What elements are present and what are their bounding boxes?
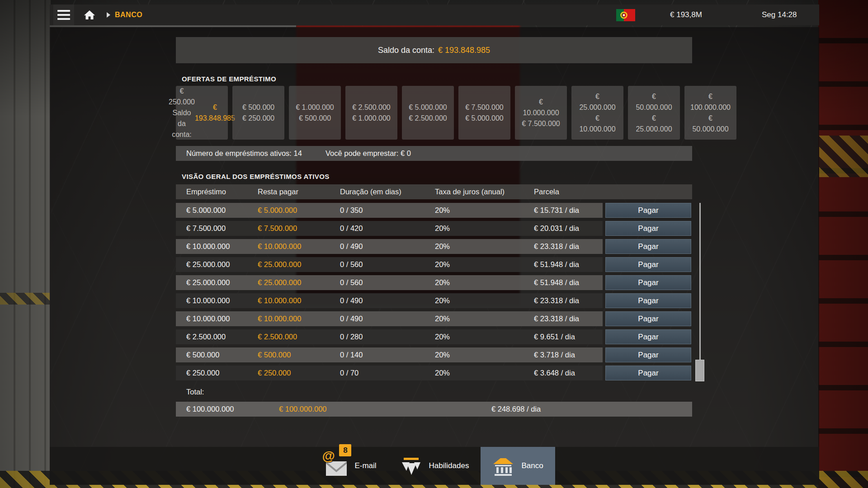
header-remaining: Resta pagar [258,184,298,199]
loan-duration: 0 / 70 [340,366,359,380]
table-row: € 7.500.000 € 7.500.000 0 / 420 20% € 20… [176,221,691,236]
offer-amounts: € 500.000 € 250.000 [242,102,274,124]
pay-button[interactable]: Pagar [605,221,691,236]
loans-table-title: VISÃO GERAL DOS EMPRÉSTIMOS ATIVOS [182,173,330,180]
loan-amount: € 10.000.000 [186,239,230,254]
offers-title: OFERTAS DE EMPRÉSTIMO [182,75,276,83]
loan-duration: 0 / 490 [340,311,363,326]
pay-button[interactable]: Pagar [605,347,691,362]
tab-habilidades[interactable]: Habilidades [388,447,481,485]
screen: BANCO € 193,8M Seg 14:28 Saldo da conta:… [0,0,868,488]
pay-button[interactable]: Pagar [605,293,691,308]
pay-button[interactable]: Pagar [605,239,691,254]
pay-button[interactable]: Pagar [605,329,691,344]
balance-value: € 193.848.985 [438,46,490,55]
tab-banco-label: Banco [521,461,543,470]
scrollbar-track[interactable] [699,203,701,380]
loan-offer-card[interactable]: € 500.000 € 250.000 [232,86,284,140]
remaining-amount: € 5.000.000 [258,203,297,218]
bank-panel: BANCO € 193,8M Seg 14:28 Saldo da conta:… [50,5,819,485]
pay-button[interactable]: Pagar [605,311,691,326]
remaining-amount: € 250.000 [258,366,291,380]
menu-button[interactable] [53,5,74,25]
loan-amount: € 500.000 [186,347,219,362]
total-label: Total: [186,388,204,396]
loan-amount: € 25.000.000 [186,257,230,272]
interest-rate: 20% [435,257,450,272]
table-row: € 25.000.000 € 25.000.000 0 / 560 20% € … [176,257,691,272]
table-row: € 250.000 € 250.000 0 / 70 20% € 3.648 /… [176,366,691,380]
loan-duration: 0 / 280 [340,329,363,344]
offer-amounts: € 5.000.000 € 2.500.000 [409,102,447,124]
daily-installment: € 20.031 / dia [534,221,579,236]
loan-offer-card[interactable]: € 50.000.000 € 25.000.000 [628,86,680,140]
table-row: € 25.000.000 € 25.000.000 0 / 560 20% € … [176,275,691,290]
scrollbar-thumb[interactable] [695,360,704,381]
total-installment: € 248.698 / dia [491,402,541,417]
skills-icon [400,456,422,476]
tab-email-label: E-mail [354,461,376,470]
interest-rate: 20% [435,239,450,254]
loan-amount: € 25.000.000 [186,275,230,290]
interest-rate: 20% [435,275,450,290]
loan-duration: 0 / 560 [340,257,363,272]
remaining-amount: € 25.000.000 [258,275,301,290]
loan-offer-card[interactable]: € 25.000.000 € 10.000.000 [571,86,623,140]
balance-bar: Saldo da conta: € 193.848.985 [176,37,692,63]
daily-installment: € 3.648 / dia [534,366,575,380]
loan-offer-card[interactable]: € 7.500.000 € 5.000.000 [458,86,510,140]
loan-offer-card[interactable]: € 10.000.000 € 7.500.000 [515,86,567,140]
game-time: Seg 14:28 [762,10,797,19]
table-row: € 5.000.000 € 5.000.000 0 / 350 20% € 15… [176,203,691,218]
home-icon [84,9,95,20]
bottom-tabs: @ 8 E-mail [50,447,819,485]
total-row: € 100.000.000 € 100.000.000 € 248.698 / … [176,402,692,417]
offer-balance-highlight: € 193.848.985 [195,102,235,124]
total-remaining: € 100.000.000 [279,402,327,417]
loan-offer-card[interactable]: € 1.000.000 € 500.000 [289,86,341,140]
tab-email[interactable]: @ 8 E-mail [314,447,388,485]
loan-duration: 0 / 490 [340,293,363,308]
hamburger-icon [57,10,70,12]
daily-installment: € 51.948 / dia [534,257,579,272]
remaining-amount: € 2.500.000 [258,329,297,344]
offer-amounts: € 2.500.000 € 1.000.000 [352,102,391,124]
interest-rate: 20% [435,203,450,218]
daily-installment: € 3.718 / dia [534,347,575,362]
portugal-flag-icon [616,9,635,21]
loan-offer-card[interactable]: € 100.000.000 € 50.000.000 [684,86,736,140]
offer-amounts: € 100.000.000 € 50.000.000 [690,91,731,135]
breadcrumb[interactable]: BANCO [115,11,142,19]
loan-duration: 0 / 140 [340,347,363,362]
daily-installment: € 23.318 / dia [534,311,579,326]
offer-amounts: € 250.000 Saldo da conta: [169,86,195,140]
table-row: € 10.000.000 € 10.000.000 0 / 490 20% € … [176,239,691,254]
interest-rate: 20% [435,329,450,344]
loan-offer-card[interactable]: € 5.000.000 € 2.500.000 [402,86,454,140]
header-rate: Taxa de juros (anual) [435,184,505,199]
pay-button[interactable]: Pagar [605,203,691,218]
table-row: € 10.000.000 € 10.000.000 0 / 490 20% € … [176,293,691,308]
loan-amount: € 10.000.000 [186,293,230,308]
tab-banco[interactable]: Banco [481,447,555,485]
loan-offer-card[interactable]: € 250.000 Saldo da conta: € 193.848.985 [176,86,228,140]
breadcrumb-chevron-icon [107,12,110,18]
pay-button[interactable]: Pagar [605,275,691,290]
home-button[interactable] [80,5,99,25]
loan-amount: € 2.500.000 [186,329,226,344]
table-rows: € 5.000.000 € 5.000.000 0 / 350 20% € 15… [176,203,691,384]
loan-amount: € 7.500.000 [186,221,226,236]
table-row: € 500.000 € 500.000 0 / 140 20% € 3.718 … [176,347,691,362]
loans-info-bar: Número de empréstimos ativos: 14 Você po… [176,146,692,161]
remaining-amount: € 7.500.000 [258,221,297,236]
loan-amount: € 5.000.000 [186,203,226,218]
at-symbol-icon: @ [322,449,335,464]
loan-offer-card[interactable]: € 2.500.000 € 1.000.000 [345,86,397,140]
pay-button[interactable]: Pagar [605,257,691,272]
pay-button[interactable]: Pagar [605,366,691,380]
table-row: € 10.000.000 € 10.000.000 0 / 490 20% € … [176,311,691,326]
offer-amounts: € 50.000.000 € 25.000.000 [636,91,672,135]
interest-rate: 20% [435,293,450,308]
table-header: Empréstimo Resta pagar Duração (em dias)… [176,184,692,199]
balance-label: Saldo da conta: [378,46,434,55]
